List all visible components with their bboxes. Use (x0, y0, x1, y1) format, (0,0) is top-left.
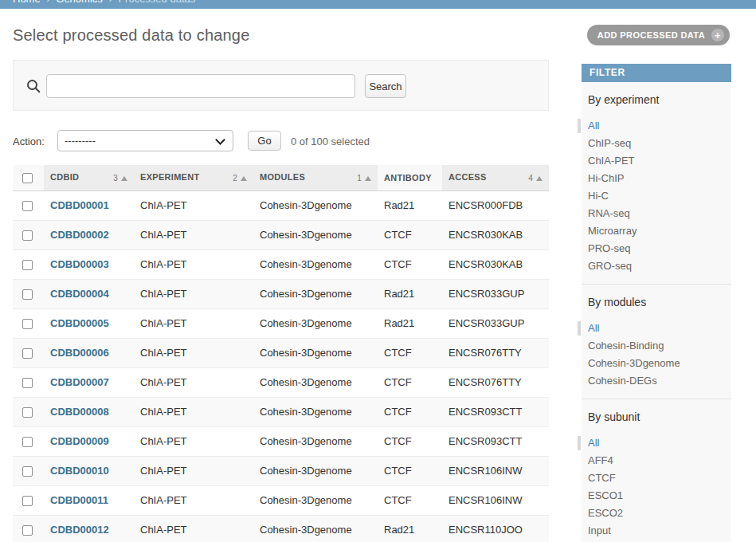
modules-cell: Cohesin-3Dgenome (253, 456, 378, 485)
row-checkbox[interactable] (22, 496, 33, 506)
row-checkbox[interactable] (22, 230, 33, 241)
column-header-experiment[interactable]: EXPERIMENT 2 (134, 165, 253, 190)
modules-cell: Cohesin-3Dgenome (253, 220, 378, 249)
cdbid-link[interactable]: CDBD00010 (50, 465, 109, 477)
access-cell: ENCSR110JOO (442, 515, 549, 542)
sort-asc-icon[interactable] (121, 176, 127, 181)
breadcrumb-separator: › (46, 0, 49, 5)
filter-item-hi-chip[interactable]: Hi-ChIP (588, 170, 725, 187)
add-processed-data-label: ADD PROCESSED DATA (597, 30, 705, 40)
experiment-cell: ChIA-PET (134, 367, 253, 397)
column-header-antibody[interactable]: ANTIBODY (378, 165, 442, 190)
filter-item-all[interactable]: All (588, 434, 725, 452)
sort-badge[interactable]: 3 (113, 174, 127, 183)
cdbid-link[interactable]: CDBD00003 (50, 258, 109, 270)
filter-item-input[interactable]: Input (588, 522, 725, 540)
filter-sidebar: FILTER By experiment All ChIP-seq ChIA-P… (582, 64, 731, 542)
checkbox-cell (13, 426, 44, 456)
filter-item-esco1[interactable]: ESCO1 (588, 487, 725, 505)
sort-asc-icon[interactable] (365, 176, 371, 181)
filter-item-all[interactable]: All (588, 117, 725, 135)
filter-item-esco2[interactable]: ESCO2 (588, 505, 725, 522)
row-checkbox[interactable] (22, 319, 33, 329)
modules-cell: Cohesin-3Dgenome (253, 279, 378, 308)
checkbox-cell (13, 515, 44, 542)
filter-section-subunit: By subunit All AFF4 CTCF ESCO1 ESCO2 Inp… (582, 399, 731, 542)
sort-priority: 3 (113, 174, 118, 183)
antibody-cell: Rad21 (378, 308, 442, 338)
breadcrumb-genomics-link[interactable]: Genomics (56, 0, 103, 5)
filter-item-ctcf[interactable]: CTCF (588, 469, 725, 487)
row-checkbox[interactable] (22, 289, 33, 300)
filter-item-cohesin-binding[interactable]: Cohesin-Binding (588, 337, 725, 355)
search-input[interactable] (46, 74, 355, 98)
modules-cell: Cohesin-3Dgenome (253, 515, 378, 542)
column-label: ANTIBODY (384, 173, 432, 183)
sort-asc-icon[interactable] (536, 176, 543, 181)
cdbid-link[interactable]: CDBD00009 (50, 435, 109, 447)
breadcrumb-home-link[interactable]: Home (13, 0, 41, 5)
filter-item-all[interactable]: All (588, 320, 725, 337)
cdbid-link[interactable]: CDBD00002 (50, 229, 109, 241)
checkbox-cell (13, 190, 44, 220)
row-checkbox[interactable] (22, 260, 33, 270)
access-cell: ENCSR093CTT (442, 426, 549, 456)
table-row: CDBD00002 ChIA-PET Cohesin-3Dgenome CTCF… (13, 220, 549, 249)
cdbid-cell: CDBD00005 (44, 308, 134, 338)
cdbid-link[interactable]: CDBD00004 (50, 288, 109, 300)
cdbid-cell: CDBD00011 (44, 485, 134, 515)
experiment-cell: ChIA-PET (134, 338, 253, 367)
cdbid-link[interactable]: CDBD00011 (50, 494, 108, 506)
action-label: Action: (13, 136, 45, 147)
add-processed-data-button[interactable]: ADD PROCESSED DATA + (587, 25, 730, 45)
column-header-access[interactable]: ACCESS 4 (442, 165, 549, 190)
cdbid-cell: CDBD00006 (44, 338, 134, 367)
table-row: CDBD00001 ChIA-PET Cohesin-3Dgenome Rad2… (13, 190, 549, 220)
row-checkbox[interactable] (22, 348, 33, 359)
row-checkbox[interactable] (22, 466, 33, 477)
select-all-checkbox[interactable] (22, 173, 33, 183)
filter-item-aff4[interactable]: AFF4 (588, 452, 725, 469)
antibody-cell: CTCF (378, 338, 442, 367)
column-header-modules[interactable]: MODULES 1 (253, 165, 378, 190)
row-checkbox[interactable] (22, 407, 33, 418)
filter-item-hi-c[interactable]: Hi-C (588, 187, 725, 205)
filter-item-rna-seq[interactable]: RNA-seq (588, 205, 725, 222)
filter-item-pro-seq[interactable]: PRO-seq (588, 240, 725, 257)
column-header-cdbid[interactable]: CDBID 3 (44, 165, 134, 190)
cdbid-link[interactable]: CDBD00008 (50, 406, 109, 418)
sort-badge[interactable]: 1 (357, 174, 371, 183)
modules-cell: Cohesin-3Dgenome (253, 190, 378, 220)
cdbid-link[interactable]: CDBD00001 (50, 199, 109, 211)
cdbid-link[interactable]: CDBD00007 (50, 376, 109, 388)
filter-item-chip-seq[interactable]: ChIP-seq (588, 135, 725, 152)
modules-cell: Cohesin-3Dgenome (253, 426, 378, 456)
filter-heading: By experiment (588, 93, 725, 106)
cdbid-link[interactable]: CDBD00005 (50, 317, 109, 329)
experiment-cell: ChIA-PET (134, 397, 253, 426)
table-row: CDBD00003 ChIA-PET Cohesin-3Dgenome CTCF… (13, 249, 549, 279)
breadcrumb-separator: › (108, 0, 112, 5)
cdbid-link[interactable]: CDBD00012 (50, 524, 109, 536)
sort-asc-icon[interactable] (241, 176, 247, 181)
filter-item-cohesin-3dgenome[interactable]: Cohesin-3Dgenome (588, 355, 725, 372)
table-row: CDBD00005 ChIA-PET Cohesin-3Dgenome Rad2… (13, 308, 549, 338)
row-checkbox[interactable] (22, 201, 33, 211)
filter-item-gro-seq[interactable]: GRO-seq (588, 257, 725, 275)
sort-badge[interactable]: 2 (233, 174, 247, 183)
row-checkbox[interactable] (22, 437, 33, 447)
antibody-cell: CTCF (378, 249, 442, 279)
cdbid-cell: CDBD00001 (44, 190, 134, 220)
row-checkbox[interactable] (22, 378, 33, 388)
go-button[interactable]: Go (248, 131, 281, 151)
filter-item-cohesin-degs[interactable]: Cohesin-DEGs (588, 372, 725, 390)
filter-item-microarray[interactable]: Microarray (588, 222, 725, 240)
filter-item-chia-pet[interactable]: ChIA-PET (588, 152, 725, 170)
search-button[interactable]: Search (365, 74, 406, 98)
cdbid-link[interactable]: CDBD00006 (50, 347, 109, 359)
row-checkbox[interactable] (22, 525, 33, 536)
sort-badge[interactable]: 4 (528, 174, 543, 183)
column-label: CDBID (50, 172, 79, 182)
antibody-cell: Rad21 (378, 279, 442, 308)
action-select[interactable]: --------- (57, 130, 233, 151)
